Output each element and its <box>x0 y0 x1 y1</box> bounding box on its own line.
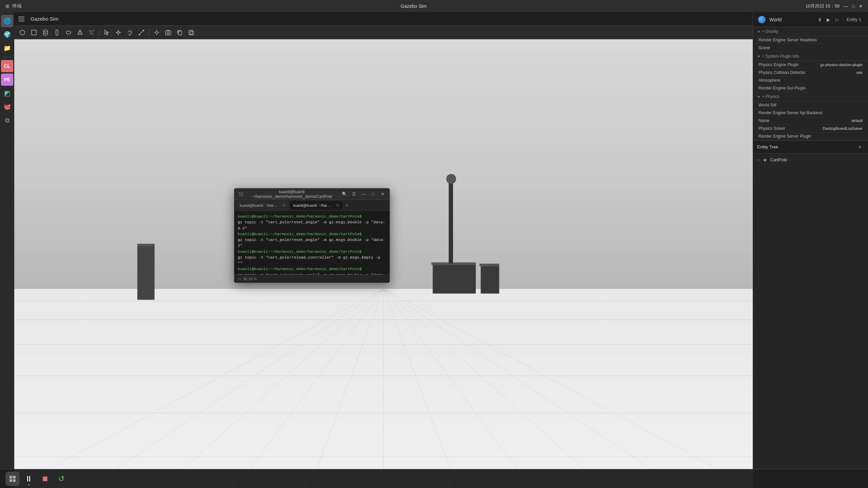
physics-engine-plugin-value: gz-physics-dartsim-plugin <box>820 63 863 67</box>
minimize-sys-btn[interactable]: — <box>844 4 848 9</box>
maximize-sys-btn[interactable]: □ <box>852 4 855 9</box>
system-plugin-expand-icon: ▼ <box>757 55 761 58</box>
svg-point-57 <box>446 174 456 184</box>
screenshot-tool-btn[interactable] <box>163 27 174 38</box>
scene-row: Scene <box>753 44 868 52</box>
files-dock-icon[interactable]: 📁 <box>1 42 13 54</box>
terminal-statusbar: ◁ 98.18 % <box>234 274 390 283</box>
cartpole-expand-arrow: ▷ <box>757 158 760 162</box>
system-plugin-section: ▼ + System Plugin Info <box>753 52 868 61</box>
rotate-tool-btn[interactable] <box>124 27 135 38</box>
panel-play-btn[interactable]: ▶ <box>825 16 832 23</box>
terminal-cmd-3: gz topic -t "cart_pole/reload_controller… <box>238 255 386 266</box>
taskbar-stop-btn[interactable]: ⏹ <box>38 472 52 486</box>
terminal-search-btn[interactable]: 🔍 <box>341 190 348 198</box>
close-sys-btn[interactable]: ✕ <box>859 4 863 9</box>
render-engine-gui-plugin-label: Render Engine Gui Plugin <box>758 86 863 90</box>
vscode-dock-icon[interactable]: ◩ <box>1 87 13 99</box>
terminal-tab-1-close[interactable]: ✕ <box>282 203 286 208</box>
gravity-section: ▼ + Gravity <box>753 27 868 36</box>
panel-next-btn[interactable]: ▷ <box>834 16 841 23</box>
ellipsoid-tool-btn[interactable] <box>63 27 74 38</box>
system-plugin-header[interactable]: ▼ + System Plugin Info <box>753 52 868 61</box>
panel-pause-btn[interactable]: ⏸ <box>816 16 824 23</box>
scale-tool-btn[interactable] <box>136 27 147 38</box>
taskbar-pause-btn[interactable]: ⏸ <box>22 472 36 486</box>
physics-solver-value: DantzigBoxedLcpSolver <box>823 126 863 130</box>
box-tool-btn[interactable] <box>28 27 39 38</box>
svg-point-10 <box>91 31 92 32</box>
physics-collision-detector-label: Physics Collision Detector <box>758 70 856 75</box>
light-tool-btn[interactable] <box>151 27 162 38</box>
gravity-expand-icon: ▼ <box>757 30 761 34</box>
physics-engine-plugin-label: Physics Engine Plugin <box>758 62 820 67</box>
copy-tool-btn[interactable] <box>174 27 185 38</box>
svg-point-14 <box>117 32 119 34</box>
activities-btn[interactable]: ⊞ <box>5 3 9 9</box>
entity-item-cartpole[interactable]: ▷ ◈ CartPole <box>753 155 868 164</box>
taskbar-reload-btn[interactable]: ↺ <box>54 472 68 486</box>
gazebo-dock-icon[interactable]: 🌐 <box>1 15 13 27</box>
terminal-tab-1[interactable]: kuanli@kuanli: ~/harmonic_demo/harmoni..… <box>236 201 289 210</box>
svg-rect-1 <box>32 30 36 35</box>
physics-engine-plugin-row: Physics Engine Plugin gz-physics-dartsim… <box>753 61 868 69</box>
hamburger-menu[interactable] <box>18 15 26 23</box>
mesh-tool-btn[interactable] <box>75 27 85 38</box>
translate-tool-btn[interactable] <box>113 27 124 38</box>
terminal-window: ⬛ kuanli@kuanli: ~/harmonic_demo/harmoni… <box>234 188 390 283</box>
cylinder-tool-btn[interactable] <box>40 27 51 38</box>
terminal-maximize-btn[interactable]: □ <box>369 190 377 198</box>
physics-header[interactable]: ▼ + Physics <box>753 92 868 101</box>
terminal-minimize-btn[interactable]: — <box>360 190 367 198</box>
name-label: Name <box>758 118 851 123</box>
paste-tool-btn[interactable] <box>186 27 197 38</box>
physics-title: + Physics <box>762 94 780 99</box>
terminal-prompt-3: kuanli@kuanli:~/harmonic_demo/harmonic_d… <box>238 249 362 255</box>
gravity-header[interactable]: ▼ + Gravity <box>753 27 868 36</box>
scene-label: Scene <box>758 45 863 50</box>
svg-point-6 <box>66 31 71 34</box>
cl-dock-icon[interactable]: CL <box>1 60 13 72</box>
terminal-menu-btn[interactable]: ☰ <box>350 190 358 198</box>
terminal-cmd-4: gz topic -t "cart_pole/reset_angle" -m g… <box>238 272 386 275</box>
taskbar: ⏸ ⏹ ↺ <box>0 469 868 488</box>
system-bar-right: 10月25日 15：58 — □ ✕ <box>806 3 863 9</box>
svg-point-9 <box>90 30 91 31</box>
terminal-line-1: kuanli@kuanli:~/harmonic_demo/harmonic_d… <box>238 214 386 231</box>
capsule-tool-btn[interactable] <box>52 27 62 38</box>
layers-dock-icon[interactable]: ⧉ <box>1 114 13 126</box>
pe-dock-icon[interactable]: PE <box>1 74 13 86</box>
select-tool-btn[interactable] <box>101 27 112 38</box>
pointcloud-tool-btn[interactable] <box>86 27 97 38</box>
render-engine-gui-plugin-row: Render Engine Gui Plugin <box>753 84 868 92</box>
right-panel: World ⏸ ▶ ▷ Entity 1 ▼ + Gravity Render … <box>753 12 868 488</box>
world-sdf-label: World Sdf <box>758 103 863 107</box>
svg-point-12 <box>90 33 91 34</box>
taskbar-apps: ⏸ ⏹ ↺ <box>5 472 68 486</box>
taskbar-activities-btn[interactable] <box>5 472 20 486</box>
world-label: World <box>769 17 813 22</box>
physics-expand-icon: ▼ <box>757 95 761 99</box>
svg-rect-54 <box>433 264 476 293</box>
name-value: default <box>851 119 863 123</box>
terminal-prompt-2: kuanli@kuanli:~/harmonic_demo/harmonic_d… <box>238 231 362 237</box>
terminal-tab-2[interactable]: kuanli@kuanli: ~/harmonic_demo/harmoni..… <box>290 201 343 210</box>
entity-tree-section: Entity Tree + ▷ ◈ CartPole <box>753 140 868 488</box>
svg-rect-55 <box>432 262 476 265</box>
system-bar: ⊞ 终端 Gazebo Sim 10月25日 15：58 — □ ✕ <box>0 0 868 12</box>
terminal-tab-arrow[interactable]: ▾ <box>343 202 350 209</box>
terminal-prompt-4: kuanli@kuanli:~/harmonic_demo/harmonic_d… <box>238 266 362 272</box>
window-title: Gazebo Sim <box>400 3 427 9</box>
toolbar-sep-2 <box>149 28 149 37</box>
entity-tree-add-btn[interactable]: + <box>856 143 864 151</box>
sphere-tool-btn[interactable] <box>17 27 28 38</box>
terminal-close-btn[interactable]: ✕ <box>379 190 386 198</box>
terminal-content[interactable]: kuanli@kuanli:~/harmonic_demo/harmonic_d… <box>234 211 390 274</box>
terminal-window-btns: 🔍 ☰ — □ ✕ <box>341 190 386 198</box>
browser-dock-icon[interactable]: 🌍 <box>1 28 13 41</box>
svg-rect-20 <box>139 34 140 35</box>
git-dock-icon[interactable]: 🐙 <box>1 101 13 113</box>
statusbar-arrow-left[interactable]: ◁ <box>238 277 240 281</box>
terminal-tab-2-close[interactable]: ✕ <box>336 203 339 208</box>
statusbar-zoom[interactable]: 98.18 % <box>243 277 257 281</box>
